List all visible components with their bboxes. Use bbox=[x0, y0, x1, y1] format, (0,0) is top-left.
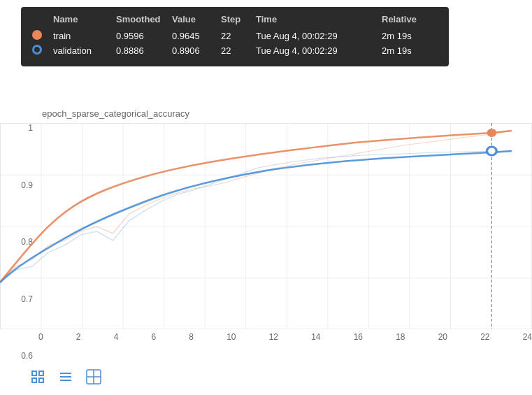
toolbar bbox=[28, 367, 103, 387]
chart-svg-container[interactable] bbox=[0, 123, 532, 329]
validation-step: 22 bbox=[221, 45, 256, 56]
x-axis: 0 2 4 6 8 10 12 14 16 18 20 22 24 bbox=[38, 329, 532, 342]
x-6: 6 bbox=[151, 332, 156, 342]
validation-value: 0.8906 bbox=[172, 45, 221, 56]
x-16: 16 bbox=[354, 332, 363, 342]
x-0: 0 bbox=[38, 332, 43, 342]
x-22: 22 bbox=[480, 332, 489, 342]
svg-rect-3 bbox=[39, 378, 43, 382]
x-4: 4 bbox=[114, 332, 119, 342]
chart-svg[interactable] bbox=[0, 123, 532, 329]
x-12: 12 bbox=[269, 332, 278, 342]
validation-dot-icon bbox=[32, 45, 53, 57]
train-dot bbox=[487, 129, 496, 137]
col-time: Time bbox=[256, 14, 382, 24]
col-step: Step bbox=[221, 14, 256, 24]
crosshair-icon bbox=[86, 369, 101, 385]
menu-icon bbox=[59, 370, 73, 384]
x-2: 2 bbox=[76, 332, 81, 342]
x-14: 14 bbox=[311, 332, 320, 342]
tooltip-row-validation: validation 0.8886 0.8906 22 Tue Aug 4, 0… bbox=[32, 45, 438, 57]
menu-button[interactable] bbox=[56, 367, 76, 387]
train-series-label: train bbox=[53, 31, 116, 41]
x-18: 18 bbox=[396, 332, 405, 342]
svg-rect-0 bbox=[32, 371, 36, 375]
svg-rect-2 bbox=[32, 378, 36, 382]
x-8: 8 bbox=[189, 332, 194, 342]
validation-dot bbox=[487, 147, 496, 155]
col-smoothed: Smoothed bbox=[116, 14, 172, 24]
col-value: Value bbox=[172, 14, 221, 24]
validation-time: Tue Aug 4, 00:02:29 bbox=[256, 45, 382, 56]
chart-title: epoch_sparse_categorical_accuracy bbox=[42, 108, 532, 119]
expand-button[interactable] bbox=[28, 367, 48, 387]
svg-rect-1 bbox=[39, 371, 43, 375]
validation-smoothed: 0.8886 bbox=[116, 45, 172, 56]
validation-series-label: validation bbox=[53, 45, 116, 56]
x-24: 24 bbox=[523, 332, 532, 342]
y-label-06: 0.6 bbox=[21, 351, 33, 361]
col-relative: Relative bbox=[382, 14, 438, 24]
train-dot-icon bbox=[32, 30, 53, 42]
chart-with-axis: 1 0.9 0.8 0.7 0.6 bbox=[0, 123, 532, 329]
train-time: Tue Aug 4, 00:02:29 bbox=[256, 31, 382, 41]
tooltip-header: Name Smoothed Value Step Time Relative bbox=[32, 14, 438, 24]
tooltip-row-train: train 0.9596 0.9645 22 Tue Aug 4, 00:02:… bbox=[32, 30, 438, 42]
chart-outer: epoch_sparse_categorical_accuracy 1 0.9 … bbox=[0, 108, 532, 360]
col-icon bbox=[32, 14, 53, 24]
chart-container: Name Smoothed Value Step Time Relative t… bbox=[0, 0, 532, 395]
tooltip: Name Smoothed Value Step Time Relative t… bbox=[21, 7, 449, 66]
col-name: Name bbox=[53, 14, 116, 24]
train-smoothed: 0.9596 bbox=[116, 31, 172, 41]
x-20: 20 bbox=[438, 332, 447, 342]
expand-icon bbox=[31, 370, 45, 384]
train-step: 22 bbox=[221, 31, 256, 41]
train-relative: 2m 19s bbox=[382, 31, 438, 41]
validation-relative: 2m 19s bbox=[382, 45, 438, 56]
x-10: 10 bbox=[227, 332, 236, 342]
train-value: 0.9645 bbox=[172, 31, 221, 41]
crosshair-button[interactable] bbox=[84, 367, 103, 387]
x-axis-inner: 0 2 4 6 8 10 12 14 16 18 20 22 24 bbox=[38, 332, 532, 342]
